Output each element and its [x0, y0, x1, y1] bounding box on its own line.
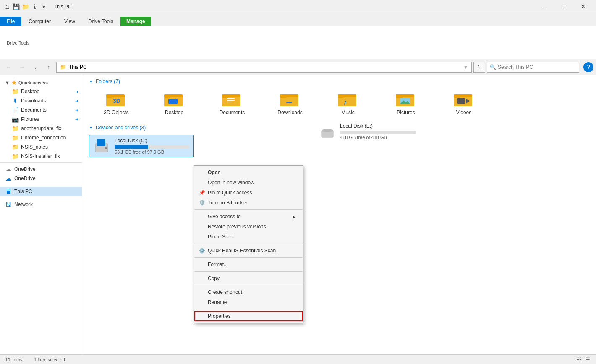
- up-button[interactable]: ↑: [43, 61, 55, 73]
- context-menu-label: Properties: [208, 313, 231, 319]
- svg-rect-2: [106, 94, 113, 98]
- context-menu: OpenOpen in new window📌Pin to Quick acce…: [194, 165, 303, 323]
- quick-access-label: Quick access: [18, 80, 48, 85]
- context-menu-label: Open: [208, 170, 221, 175]
- view-toggle-area: ☷ ☰: [576, 356, 591, 364]
- close-button[interactable]: ✕: [573, 0, 593, 13]
- folder-label: Documents: [220, 110, 245, 115]
- folder-item-videos[interactable]: Videos: [437, 89, 491, 118]
- tab-computer[interactable]: Computer: [22, 16, 57, 26]
- sidebar-item-nsis-installer[interactable]: 📁 NSIS-Installer_fix: [0, 152, 82, 161]
- status-bar: 10 items 1 item selected ☷ ☰: [0, 354, 596, 364]
- pin-icon: ➔: [75, 99, 78, 103]
- context-menu-item-pin-start[interactable]: Pin to Start: [194, 232, 303, 242]
- context-menu-item-properties[interactable]: Properties: [194, 311, 303, 321]
- context-menu-separator: [194, 309, 303, 309]
- context-menu-item-create-shortcut[interactable]: Create shortcut: [194, 287, 303, 297]
- search-box[interactable]: 🔍: [487, 62, 579, 73]
- list-view-toggle[interactable]: ☷: [576, 356, 583, 364]
- help-button[interactable]: ?: [583, 62, 593, 72]
- drive-item-c[interactable]: Local Disk (C:) 53.1 GB free of 97.0 GB: [89, 135, 194, 157]
- forward-button[interactable]: →: [16, 61, 28, 73]
- folder-icon: 📁: [12, 144, 18, 150]
- context-menu-label: Give access to: [208, 214, 241, 220]
- svg-rect-21: [338, 94, 345, 98]
- download-icon: ⬇: [12, 97, 18, 104]
- path-dropdown-arrow[interactable]: ▼: [463, 65, 468, 70]
- context-menu-item-format[interactable]: Format...: [194, 259, 303, 270]
- new-folder-icon[interactable]: 📁: [22, 3, 29, 10]
- detail-view-toggle[interactable]: ☰: [584, 356, 591, 364]
- context-menu-item-open-new-window[interactable]: Open in new window: [194, 178, 303, 188]
- folder-icon: 📁: [12, 134, 18, 141]
- svg-rect-12: [227, 100, 235, 101]
- properties-icon[interactable]: ℹ: [31, 3, 38, 10]
- folder-item-downloads[interactable]: Downloads: [263, 89, 317, 118]
- context-menu-item-bitlocker[interactable]: 🛡️Turn on BitLocker: [194, 198, 303, 208]
- tab-view[interactable]: View: [58, 16, 81, 26]
- context-menu-item-rename[interactable]: Rename: [194, 297, 303, 307]
- drive-item-e[interactable]: Local Disk (E:) 418 GB free of 418 GB: [315, 105, 420, 157]
- sidebar-item-chrome[interactable]: 📁 Chrome_connection: [0, 133, 82, 142]
- folder-label: Videos: [456, 110, 471, 115]
- sidebar-divider-2: [0, 185, 82, 185]
- chevron-down-icon: ▼: [89, 79, 93, 84]
- folder-item-desktop[interactable]: Desktop: [147, 89, 201, 118]
- sidebar-item-anotherupdate[interactable]: 📁 anotherupdate_fix: [0, 124, 82, 133]
- tab-drive-tools[interactable]: Drive Tools: [82, 16, 120, 26]
- context-menu-item-restore-versions[interactable]: Restore previous versions: [194, 222, 303, 232]
- drive-c-bar-wrap: [115, 145, 189, 149]
- tab-manage[interactable]: Manage: [120, 17, 151, 26]
- context-menu-item-give-access[interactable]: Give access to▶: [194, 212, 303, 222]
- folder-icon: 📁: [12, 125, 18, 132]
- pin-icon: ➔: [75, 89, 78, 94]
- address-path[interactable]: 📁 This PC ▼: [56, 62, 472, 73]
- context-menu-separator: [194, 285, 303, 285]
- folder-item-documents[interactable]: Documents: [205, 89, 259, 118]
- picture-icon: 📷: [12, 116, 18, 123]
- svg-rect-31: [457, 98, 465, 104]
- quick-access-icon[interactable]: 💾: [13, 3, 19, 10]
- refresh-button[interactable]: ↻: [473, 62, 485, 73]
- sidebar-item-onedrive-business[interactable]: ☁ OneDrive: [0, 174, 82, 183]
- address-bar: ← → ⌄ ↑ 📁 This PC ▼ ↻ 🔍 ?: [0, 59, 596, 75]
- context-menu-label: Pin to Quick access: [208, 190, 252, 196]
- minimize-button[interactable]: ‒: [535, 0, 554, 13]
- context-menu-separator: [194, 244, 303, 244]
- svg-rect-16: [280, 94, 287, 98]
- sidebar-item-nsis-notes[interactable]: 📁 NSIS_notes: [0, 142, 82, 152]
- sidebar-item-downloads[interactable]: ⬇ Downloads ➔: [0, 96, 82, 105]
- context-menu-item-quickheal[interactable]: ⚙️Quick Heal IS Essentials Scan: [194, 246, 303, 256]
- context-menu-item-copy[interactable]: Copy: [194, 273, 303, 283]
- svg-rect-11: [227, 98, 235, 99]
- context-menu-item-pin-quick-access[interactable]: 📌Pin to Quick access: [194, 188, 303, 198]
- status-items: 10 items 1 item selected: [5, 357, 65, 362]
- quick-access-section[interactable]: ▼ ★ Quick access: [0, 77, 82, 87]
- sidebar-item-network[interactable]: 🖫 Network: [0, 200, 82, 209]
- svg-rect-7: [168, 99, 178, 104]
- folders-label: Folders (7): [96, 79, 120, 84]
- sidebar-item-this-pc[interactable]: 🖥 This PC: [0, 187, 82, 196]
- sidebar-item-onedrive-personal[interactable]: ☁ OneDrive: [0, 165, 82, 174]
- back-button[interactable]: ←: [3, 61, 14, 73]
- recent-locations-button[interactable]: ⌄: [29, 61, 41, 73]
- devices-label: Devices and drives (3): [96, 125, 146, 131]
- sidebar-item-documents[interactable]: 📄 Documents ➔: [0, 105, 82, 115]
- ribbon: File Computer View Drive Tools Manage: [0, 13, 596, 26]
- maximize-button[interactable]: □: [554, 0, 573, 13]
- selected-count: 1 item selected: [34, 357, 65, 362]
- folders-section-header[interactable]: ▼ Folders (7): [89, 79, 589, 84]
- context-menu-label: Copy: [208, 275, 220, 281]
- sidebar-item-pictures[interactable]: 📷 Pictures ➔: [0, 115, 82, 124]
- submenu-arrow-icon: ▶: [293, 215, 296, 219]
- folder-item-3d-objects[interactable]: 3D 3D Objects: [89, 89, 144, 118]
- search-input[interactable]: [498, 64, 561, 70]
- sidebar-item-desktop[interactable]: 📁 Desktop ➔: [0, 87, 82, 96]
- onedrive-business-icon: ☁: [5, 175, 12, 182]
- tab-file[interactable]: File: [0, 17, 21, 26]
- star-icon: ★: [11, 79, 17, 86]
- context-menu-item-open[interactable]: Open: [194, 168, 303, 178]
- title-bar-icons: 🗂 💾 📁 ℹ ▾: [3, 3, 47, 10]
- chevron-down-icon[interactable]: ▾: [40, 3, 47, 10]
- svg-text:♪: ♪: [343, 98, 347, 106]
